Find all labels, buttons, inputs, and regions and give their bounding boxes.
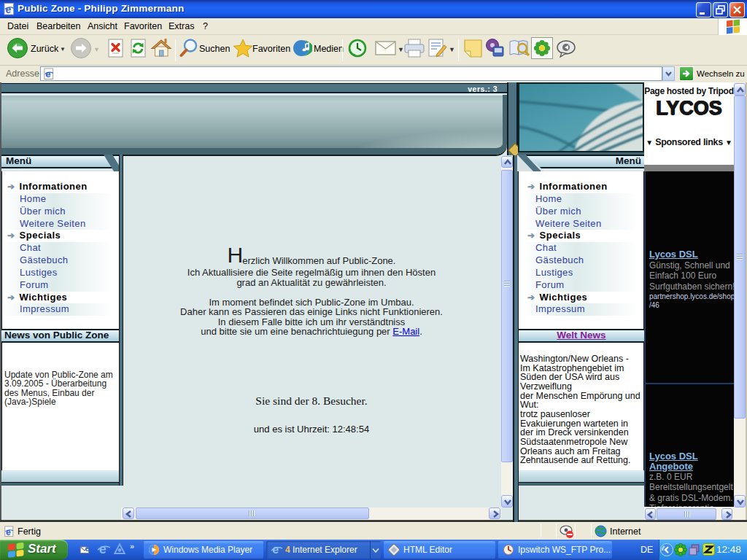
svg-text:e: e [5,4,11,15]
svg-text:e: e [6,527,11,537]
svg-text:e: e [85,544,90,553]
svg-text:e: e [45,69,50,79]
